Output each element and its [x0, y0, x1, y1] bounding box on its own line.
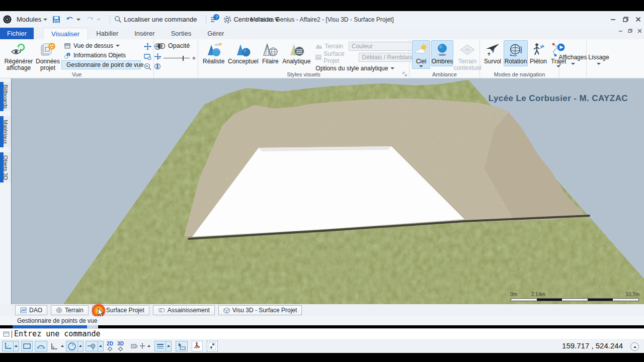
command-search[interactable]: Localiser une commande	[114, 16, 197, 23]
axis-tool-dropdown[interactable]	[14, 341, 19, 351]
dimension-tool-dropdown[interactable]	[147, 345, 150, 347]
tab-materiaux[interactable]: Matériaux	[0, 116, 11, 147]
app-logo-icon	[3, 15, 12, 24]
terrain-tab-icon	[56, 307, 62, 313]
doc-restore-button[interactable]	[628, 29, 632, 33]
tab-habiller[interactable]: Habiller	[88, 28, 126, 39]
zoom-extents-button[interactable]	[143, 42, 152, 51]
minimize-button[interactable]	[610, 17, 616, 22]
style-conceptuel-button[interactable]: Conceptuel	[227, 40, 259, 66]
chevron-down-icon	[43, 19, 47, 21]
arc-tool-button[interactable]	[35, 341, 47, 351]
opacity-slider-track[interactable]	[164, 55, 190, 61]
modules-label: Modules	[17, 16, 41, 23]
cube-top-icon	[64, 43, 71, 49]
dimension-tool-button[interactable]: 0.1	[130, 341, 146, 351]
rotation-button[interactable]: Rotation	[504, 40, 528, 66]
snap-3d-toggle[interactable]: 3D	[116, 341, 125, 351]
modules-menu[interactable]: Modules	[17, 16, 47, 23]
chevron-down-icon	[597, 63, 601, 65]
zoom-window-button[interactable]	[143, 52, 152, 61]
group-ambiance: Ciel Ombres Terrain contextuel Ambiance	[410, 39, 480, 78]
terrain-icon	[315, 43, 323, 49]
chevron-down-icon	[571, 63, 575, 65]
tab-assainissement[interactable]: Assainissement	[153, 305, 215, 315]
tab-dao[interactable]: DAO	[15, 305, 47, 315]
sky-button[interactable]: Ciel	[412, 40, 430, 69]
tab-fichier[interactable]: Fichier	[0, 28, 34, 39]
refresh-eye-icon	[10, 42, 27, 57]
view-top-menu[interactable]: Vue de dessus	[61, 41, 141, 50]
probe-tool-button[interactable]	[86, 341, 98, 351]
style-analytique-button[interactable]: Analytique	[282, 40, 311, 66]
doc-minimize-button[interactable]	[618, 29, 623, 33]
pedestrian-icon	[532, 43, 545, 57]
linestyle-tool-dropdown[interactable]	[166, 341, 172, 351]
style-realiste-button[interactable]: Réaliste	[201, 40, 226, 66]
rectangle-tool-button[interactable]	[21, 341, 33, 351]
viewport-3d[interactable]: Lycée Le Corbusier - M. CAYZAC 0m 2.14m …	[11, 78, 644, 304]
undo-button[interactable]	[65, 16, 80, 23]
viewpoint-manager-button[interactable]: Gestionnaire de point de vue	[61, 60, 141, 69]
object-info-button[interactable]: Informations Objets	[61, 51, 141, 60]
tab-inserer[interactable]: Insérer	[126, 28, 163, 39]
info-icon	[64, 52, 71, 59]
shadows-button[interactable]: Ombres	[431, 40, 453, 66]
pedestrian-button[interactable]: Piéton	[529, 40, 548, 66]
affichages-menu[interactable]: Affichages	[557, 52, 589, 66]
status-hint: Gestionnaire de points de vue	[0, 316, 644, 325]
linestyle-tool-button[interactable]	[154, 341, 166, 351]
tab-sorties[interactable]: Sorties	[163, 28, 199, 39]
snap-toolbar: 2D 3D 0.1	[0, 339, 644, 353]
redo-icon	[86, 16, 95, 23]
lissage-menu[interactable]: Lissage	[586, 52, 611, 66]
scale-start-label: 0m	[510, 292, 517, 297]
select-tool-button[interactable]	[176, 341, 188, 351]
surface-style-label: Surface Projet	[315, 50, 356, 64]
doc-close-button[interactable]	[637, 29, 642, 33]
pdf-tool-button[interactable]	[192, 341, 203, 351]
angle-tool-button[interactable]	[66, 341, 78, 351]
probe-tool-dropdown[interactable]	[98, 341, 104, 351]
opacity-slider[interactable]: − +	[157, 54, 196, 62]
perpendicular-tool-button[interactable]	[49, 341, 59, 351]
coordinates-readout: 159.717 , 524.244	[562, 341, 623, 350]
save-button[interactable]	[52, 16, 60, 24]
tab-visualiser[interactable]: Visualiser	[43, 28, 88, 39]
surface-icon	[315, 54, 321, 60]
dialog-launcher-icon[interactable]	[403, 72, 408, 77]
project-data-button[interactable]: Données projet	[36, 40, 60, 73]
terrain-style-label: Terrain	[315, 43, 343, 50]
opacity-slider-handle[interactable]	[183, 56, 184, 61]
expand-statusbar-button[interactable]	[630, 342, 639, 351]
flyover-button[interactable]: Survol	[482, 40, 503, 66]
selection-filter-button[interactable]	[207, 341, 218, 351]
axis-tool-button[interactable]	[2, 341, 14, 351]
angle-tool-dropdown[interactable]	[78, 341, 84, 351]
tab-objets-3d[interactable]: Objets 3D	[0, 152, 11, 183]
visu-3d-icon	[223, 307, 230, 314]
scale-end-label: 10.7m	[625, 292, 639, 297]
zoom-previous-button[interactable]	[143, 62, 152, 71]
tab-gerer[interactable]: Gérer	[199, 28, 232, 39]
opacity-toggle[interactable]: Opacité	[157, 42, 190, 49]
group-lissage: Lissage	[587, 39, 611, 78]
tab-terrain[interactable]: Terrain	[51, 305, 89, 315]
perpendicular-tool-dropdown[interactable]	[61, 345, 64, 347]
contextual-terrain-button: Terrain contextuel	[454, 40, 480, 73]
regenerate-display-button[interactable]: Régénérer affichage	[3, 40, 35, 73]
chevron-down-icon	[97, 19, 101, 21]
restore-button[interactable]	[623, 17, 628, 22]
conceptual-style-icon	[234, 42, 252, 57]
tab-visu-3d[interactable]: Visu 3D - Surface Projet	[218, 305, 302, 315]
crosshair-3d-icon	[117, 346, 124, 351]
title-bar: Modules Localiser une commande ? Centre …	[0, 11, 644, 28]
close-button[interactable]	[635, 17, 641, 22]
style-filaire-button[interactable]: Filaire	[260, 40, 281, 66]
opacity-icon	[157, 43, 166, 49]
command-line[interactable]: Entrez une commande	[0, 328, 644, 339]
sky-sun-cloud-icon	[414, 43, 429, 57]
tab-billboards[interactable]: Billboards	[0, 82, 11, 111]
group-label-navigation: Modes de navigation	[480, 71, 559, 77]
snap-2d-toggle[interactable]: 2D	[106, 341, 114, 351]
